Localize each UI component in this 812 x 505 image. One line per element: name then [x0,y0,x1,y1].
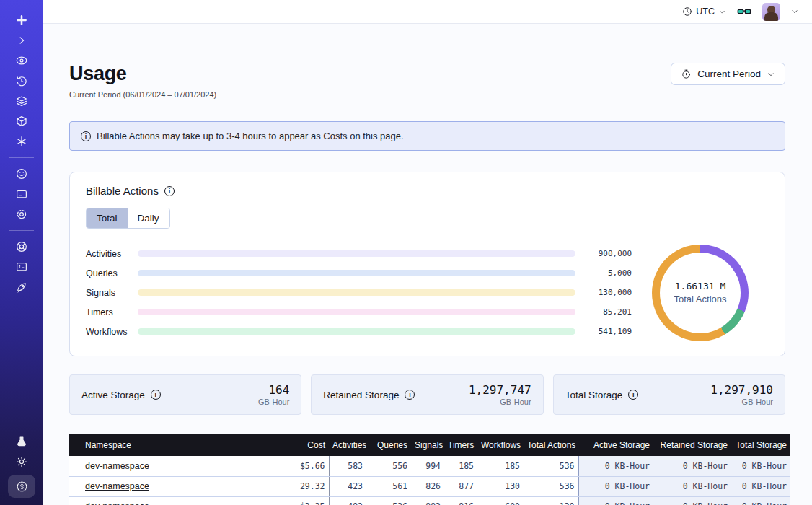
col-header-total-actions[interactable]: Total Actions [524,434,578,456]
bar-label: Timers [86,307,138,317]
col-header-namespace[interactable]: Namespace [69,434,248,456]
bar-track [138,289,575,296]
bar-row-activities: Activities 900,000 [86,244,632,263]
getting-started-rocket-icon[interactable] [14,280,29,294]
timezone-selector[interactable]: UTC [682,6,726,17]
col-header-timers[interactable]: Timers [444,434,477,456]
namespace-usage-table: Namespace Cost Activities Queries Signal… [69,434,790,505]
col-header-signals[interactable]: Signals [411,434,444,456]
info-icon[interactable] [405,390,415,400]
storage-card-value: 164 [258,383,289,397]
credits-dollar-button[interactable] [8,475,35,498]
col-header-workflows[interactable]: Workflows [477,434,524,456]
sidebar-divider [9,157,34,158]
storage-card-unit: GB-Hour [710,398,773,406]
support-lifebuoy-icon[interactable] [14,240,29,254]
schedules-clock-icon[interactable] [14,74,29,88]
cell-workflows: 600 [477,496,524,505]
billable-tabs: Total Daily [86,208,170,229]
donut-chart-wrap: 1.66131 M Total Actions [632,245,769,341]
namespace-link[interactable]: dev-namespace [85,481,149,491]
top-bar: UTC [43,0,812,24]
period-selector-button[interactable]: Current Period [671,63,785,85]
namespaces-icon[interactable] [14,53,29,68]
nexus-asterisk-icon[interactable] [14,134,29,149]
bar-label: Signals [86,288,138,298]
col-header-total-storage[interactable]: Total Storage [731,434,790,456]
col-header-active-storage[interactable]: Active Storage [578,434,653,456]
info-icon[interactable] [164,186,175,196]
stacks-layers-icon[interactable] [14,94,29,108]
cell-total-actions: 130 [524,496,578,505]
retained-storage-card: Retained Storage 1,297,747 GB-Hour [311,374,543,415]
cell-queries: 561 [366,476,411,496]
storage-card-unit: GB-Hour [258,398,289,406]
total-storage-card: Total Storage 1,297,910 GB-Hour [553,374,785,415]
bar-track [138,270,575,276]
info-icon[interactable] [628,390,638,400]
sidebar-divider [9,230,34,231]
period-button-label: Current Period [697,69,761,79]
billable-actions-title: Billable Actions [86,185,769,197]
cell-signals: 826 [411,476,444,496]
namespace-link[interactable]: dev-namespace [85,501,149,505]
cell-retained-storage: 0 KB-Hour [653,496,731,505]
cell-activities: 423 [329,476,366,496]
tab-daily[interactable]: Daily [128,208,169,228]
bar-value: 130,000 [587,288,632,297]
storage-card-label: Active Storage [81,390,145,400]
labs-flask-icon[interactable] [14,434,29,449]
billable-actions-card: Billable Actions Total Daily Activities … [69,172,785,356]
left-sidebar [0,0,43,505]
chevron-down-icon [718,8,726,16]
namespace-link[interactable]: dev-namespace [85,461,149,471]
billing-card-icon[interactable] [14,187,29,201]
user-avatar[interactable] [762,3,780,21]
billable-actions-label: Billable Actions [86,185,159,197]
cell-cost: $5.66 [248,456,329,476]
usage-gauge-icon[interactable] [14,167,29,181]
theme-sun-icon[interactable] [14,454,29,469]
tab-total[interactable]: Total [87,208,128,228]
deployments-cube-icon[interactable] [14,114,29,128]
cell-activities: 492 [329,496,366,505]
col-header-activities[interactable]: Activities [329,434,366,456]
main-content: Usage Current Period (06/01/2024 – 07/01… [43,24,812,505]
cell-retained-storage: 0 KB-Hour [653,456,731,476]
donut-chart: 1.66131 M Total Actions [652,245,749,341]
cell-total-actions: 536 [524,476,578,496]
info-banner: Billable Actions may take up to 3-4 hour… [69,121,785,151]
donut-total-label: Total Actions [674,294,727,304]
storage-summary-row: Active Storage 164 GB-Hour Retained Stor… [69,374,785,415]
cell-total-storage: 0 KB-Hour [731,476,790,496]
collapse-sidebar-icon[interactable] [14,33,29,48]
bar-track [138,328,575,335]
assist-glasses-button[interactable] [736,4,752,19]
cell-queries: 536 [366,496,411,505]
cell-active-storage: 0 KB-Hour [578,476,653,496]
dollar-coin-icon [15,480,29,493]
account-menu-chevron[interactable] [790,7,799,16]
storage-card-value: 1,297,910 [710,383,773,397]
bar-label: Workflows [86,327,138,337]
cell-active-storage: 0 KB-Hour [578,496,653,505]
col-header-cost[interactable]: Cost [248,434,329,456]
bar-value: 85,201 [587,307,632,317]
feedback-monitor-icon[interactable] [14,260,29,274]
cell-timers: 877 [444,476,477,496]
col-header-retained-storage[interactable]: Retained Storage [653,434,731,456]
cell-total-actions: 536 [524,456,578,476]
active-storage-card: Active Storage 164 GB-Hour [69,374,301,415]
info-icon[interactable] [151,390,161,400]
temporal-logo-icon[interactable] [14,13,29,27]
clock-icon [682,6,692,17]
bar-value: 900,000 [587,249,632,258]
bar-label: Queries [86,268,138,278]
table-row: dev-namespace $5.66 583 556 994 185 185 … [69,456,790,476]
cell-timers: 185 [444,456,477,476]
page-header: Usage Current Period (06/01/2024 – 07/01… [69,63,785,99]
bar-chart: Activities 900,000 Queries 5,000 Signals… [86,244,632,341]
col-header-queries[interactable]: Queries [366,434,411,456]
settings-gear-icon[interactable] [14,207,29,221]
chevron-down-icon [767,70,775,79]
